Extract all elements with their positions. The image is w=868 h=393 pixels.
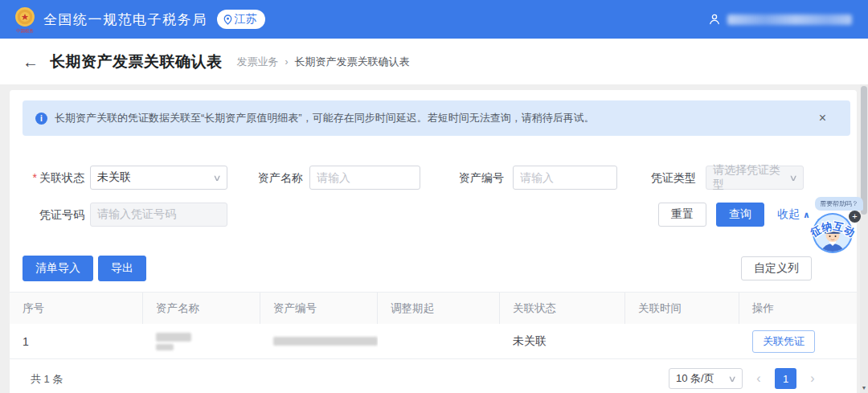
page-size-value: 10 条/页 [676, 371, 714, 386]
search-button[interactable]: 查询 [716, 203, 764, 227]
cell-action: 关联凭证 [739, 324, 857, 358]
pagination: 10 条/页 ∨ ‹ 1 › [669, 368, 818, 389]
col-asset-name: 资产名称 [143, 293, 260, 324]
customize-columns-button[interactable]: 自定义列 [741, 256, 812, 280]
page-title: 长期资产发票关联确认表 [50, 51, 223, 72]
screen: 中国税务 全国统一规范电子税务局 江苏 ← 长期资产发票关联确认表 发票业务 ›… [0, 0, 868, 393]
chevron-up-icon: ∧ [803, 210, 810, 220]
topbar: 中国税务 全国统一规范电子税务局 江苏 [0, 0, 868, 39]
breadcrumb-band: ← 长期资产发票关联确认表 发票业务 › 长期资产发票关联确认表 [0, 39, 868, 84]
app-title: 全国统一规范电子税务局 [43, 10, 207, 29]
table-row: 1 未关联 关联凭证 [10, 324, 857, 359]
page-size-select[interactable]: 10 条/页 ∨ [669, 368, 743, 389]
list-import-button[interactable]: 清单导入 [23, 256, 93, 281]
asset-no-field [513, 166, 617, 190]
cell-seq: 1 [10, 324, 143, 358]
voucher-type-placeholder: 请选择凭证类型 [713, 163, 790, 192]
back-button[interactable]: ← [23, 54, 39, 70]
cell-adjust-start [378, 324, 500, 358]
col-linked-time: 关联时间 [625, 293, 739, 324]
asset-no-input[interactable] [520, 171, 610, 184]
cell-asset-no [260, 324, 378, 358]
chevron-down-icon: ∨ [788, 173, 797, 183]
status-label: *关联状态 [10, 166, 84, 190]
logo-caption: 中国税务 [16, 28, 34, 32]
cell-linked-time [625, 324, 739, 358]
user-account[interactable] [708, 13, 852, 26]
national-emblem-icon [14, 6, 35, 27]
col-status: 关联状态 [500, 293, 625, 324]
voucher-no-field: 请输入凭证号码 [90, 203, 227, 227]
content-card: i 长期资产关联的凭证数据关联至“长期资产原值明细表”，可能存在同步时间延迟。若… [10, 90, 857, 393]
notice-text: 长期资产关联的凭证数据关联至“长期资产原值明细表”，可能存在同步时间延迟。若短时… [55, 111, 811, 125]
voucher-type-label: 凭证类型 [649, 166, 696, 190]
required-mark: * [33, 171, 37, 184]
breadcrumb-separator-icon: › [285, 56, 289, 68]
scrollbar-track[interactable]: ▼ [860, 84, 868, 393]
notice-banner: i 长期资产关联的凭证数据关联至“长期资产原值明细表”，可能存在同步时间延迟。若… [23, 100, 850, 136]
col-adjust-start: 调整期起 [378, 293, 500, 324]
collapse-link[interactable]: 收起 ∧ [777, 207, 810, 222]
breadcrumb: 发票业务 › 长期资产发票关联确认表 [237, 55, 410, 69]
col-asset-no: 资产编号 [260, 293, 378, 324]
info-icon: i [35, 113, 47, 125]
assistant-expand-icon[interactable]: + [849, 211, 861, 223]
status-select[interactable]: 未关联 ∨ [90, 166, 227, 190]
pagination-total: 共 1 条 [31, 372, 63, 387]
col-seq: 序号 [10, 293, 143, 324]
redacted-asset-name [156, 333, 191, 350]
reset-button[interactable]: 重置 [658, 203, 706, 227]
voucher-no-label: 凭证号码 [10, 203, 84, 227]
breadcrumb-current: 长期资产发票关联确认表 [295, 55, 410, 69]
table-header: 序号 资产名称 资产编号 调整期起 关联状态 关联时间 操作 [10, 292, 857, 324]
location-pin-icon [223, 14, 232, 25]
voucher-no-placeholder: 请输入凭证号码 [97, 207, 176, 222]
redacted-asset-no [273, 337, 378, 346]
notice-close-icon[interactable]: × [819, 111, 826, 125]
asset-name-field [309, 166, 420, 190]
voucher-type-select: 请选择凭证类型 ∨ [706, 166, 804, 190]
region-label: 江苏 [235, 12, 257, 27]
scroll-down-icon[interactable]: ▼ [860, 383, 868, 393]
cell-asset-name [143, 324, 260, 358]
col-action: 操作 [739, 293, 857, 324]
filter-actions: 重置 查询 收起 ∧ [658, 203, 810, 227]
next-page-icon[interactable]: › [807, 368, 818, 389]
export-button[interactable]: 导出 [98, 256, 146, 281]
asset-name-label: 资产名称 [251, 166, 303, 190]
tax-bureau-logo: 中国税务 [14, 6, 35, 33]
prev-page-icon[interactable]: ‹ [753, 368, 764, 389]
current-page-button[interactable]: 1 [775, 368, 796, 389]
asset-no-label: 资产编号 [453, 166, 504, 190]
collapse-label: 收起 [777, 207, 800, 222]
region-badge[interactable]: 江苏 [217, 10, 265, 29]
chevron-down-icon: ∨ [727, 374, 736, 384]
breadcrumb-parent[interactable]: 发票业务 [237, 55, 279, 69]
cell-status: 未关联 [500, 324, 625, 358]
link-voucher-button[interactable]: 关联凭证 [752, 330, 815, 353]
user-icon [708, 13, 721, 26]
scrollbar-thumb[interactable] [861, 86, 867, 215]
redacted-username [727, 14, 852, 25]
status-select-value: 未关联 [97, 170, 131, 185]
chevron-down-icon: ∨ [212, 173, 221, 183]
asset-name-input[interactable] [317, 171, 413, 184]
